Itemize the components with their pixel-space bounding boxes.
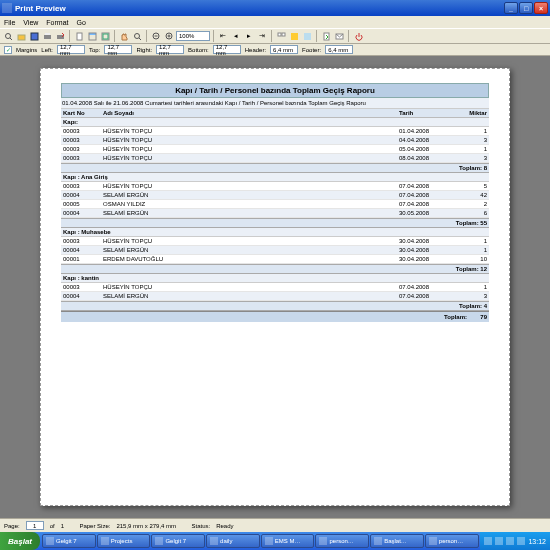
taskbar-item[interactable]: daily (206, 534, 260, 548)
col-adsoyad: Adı Soyadı (101, 109, 397, 117)
taskbar-item[interactable]: Projects (97, 534, 151, 548)
header-input[interactable]: 6,4 mm (270, 45, 298, 54)
taskbar-item[interactable]: EMS M… (261, 534, 315, 548)
header-icon[interactable] (86, 30, 98, 42)
left-input[interactable]: 12,7 mm (57, 45, 85, 54)
cell-kartno: 00003 (61, 127, 101, 135)
bgcolor-icon[interactable] (288, 30, 300, 42)
zoomout-icon[interactable] (150, 30, 162, 42)
bottom-input[interactable]: 12,7 mm (213, 45, 241, 54)
cell-miktar: 1 (455, 237, 489, 245)
cell-miktar: 3 (455, 292, 489, 300)
svg-rect-3 (31, 33, 38, 40)
margins-icon[interactable] (99, 30, 111, 42)
cell-kartno: 00005 (61, 200, 101, 208)
pagesetup-icon[interactable] (73, 30, 85, 42)
table-row: 00003HÜSEYİN TOPÇU08.04.20083 (61, 154, 489, 163)
window-titlebar: Print Preview _ □ × (0, 0, 550, 16)
cell-miktar: 1 (455, 127, 489, 135)
tray-icon[interactable] (506, 537, 514, 545)
cell-kartno: 00003 (61, 154, 101, 162)
start-button[interactable]: Başlat (0, 532, 40, 550)
zoom-icon[interactable] (131, 30, 143, 42)
group-subtotal: Toplam: 12 (61, 264, 489, 274)
watermark-icon[interactable] (301, 30, 313, 42)
print-icon[interactable] (41, 30, 53, 42)
task-label: person… (439, 538, 463, 544)
task-label: EMS M… (275, 538, 301, 544)
cell-kartno: 00003 (61, 283, 101, 291)
cell-miktar: 1 (455, 283, 489, 291)
separator (69, 30, 70, 42)
taskbar-item[interactable]: Başlat… (370, 534, 424, 548)
next-page-icon[interactable]: ▸ (243, 30, 255, 42)
save-icon[interactable] (28, 30, 40, 42)
prev-page-icon[interactable]: ◂ (230, 30, 242, 42)
quickprint-icon[interactable] (54, 30, 66, 42)
menu-file[interactable]: File (4, 19, 15, 26)
top-label: Top: (89, 47, 100, 53)
exit-icon[interactable] (352, 30, 364, 42)
cell-tarih: 07.04.2008 (397, 182, 455, 190)
svg-rect-2 (18, 35, 25, 40)
top-input[interactable]: 12,7 mm (104, 45, 132, 54)
cell-adsoyad: HÜSEYİN TOPÇU (101, 283, 397, 291)
export-icon[interactable] (320, 30, 332, 42)
menu-view[interactable]: View (23, 19, 38, 26)
multipage-icon[interactable] (275, 30, 287, 42)
status-value: Ready (216, 523, 233, 529)
cell-miktar: 10 (455, 255, 489, 263)
cell-miktar: 1 (455, 145, 489, 153)
tray-icon[interactable] (517, 537, 525, 545)
cell-tarih: 04.04.2008 (397, 136, 455, 144)
menu-format[interactable]: Format (46, 19, 68, 26)
taskbar-item[interactable]: Gelgit 7 (151, 534, 205, 548)
clock[interactable]: 13:12 (528, 538, 546, 545)
separator (114, 30, 115, 42)
zoomin-icon[interactable] (163, 30, 175, 42)
system-tray[interactable]: 13:12 (480, 532, 550, 550)
tray-icon[interactable] (495, 537, 503, 545)
minimize-button[interactable]: _ (504, 2, 518, 14)
group-header: Kapı : Muhasebe (61, 228, 489, 237)
report-title: Kapı / Tarih / Personel bazında Toplam G… (61, 83, 489, 98)
task-icon (101, 537, 109, 545)
cell-adsoyad: ERDEM DAVUTOĞLU (101, 255, 397, 263)
cell-kartno: 00004 (61, 292, 101, 300)
group-subtotal: Toplam: 55 (61, 218, 489, 228)
search-icon[interactable] (2, 30, 14, 42)
taskbar-item[interactable]: person… (315, 534, 369, 548)
tray-icon[interactable] (484, 537, 492, 545)
of-label: of (50, 523, 55, 529)
open-icon[interactable] (15, 30, 27, 42)
right-input[interactable]: 12,7 mm (156, 45, 184, 54)
cell-adsoyad: OSMAN YILDIZ (101, 200, 397, 208)
task-icon (155, 537, 163, 545)
menu-go[interactable]: Go (77, 19, 86, 26)
taskbar-item[interactable]: person… (425, 534, 479, 548)
last-page-icon[interactable]: ⇥ (256, 30, 268, 42)
cell-adsoyad: HÜSEYİN TOPÇU (101, 154, 397, 162)
cell-adsoyad: SELAMİ ERGÜN (101, 246, 397, 254)
svg-rect-4 (44, 35, 51, 39)
group-header: Kapı: (61, 118, 489, 127)
page-current[interactable]: 1 (26, 521, 44, 530)
menu-bar: File View Format Go (0, 16, 550, 28)
email-icon[interactable] (333, 30, 345, 42)
maximize-button[interactable]: □ (519, 2, 533, 14)
taskbar-item[interactable]: Gelgit 7 (42, 534, 96, 548)
cell-tarih: 01.04.2008 (397, 127, 455, 135)
taskbar: Başlat Gelgit 7ProjectsGelgit 7dailyEMS … (0, 532, 550, 550)
svg-point-0 (5, 33, 10, 38)
group-subtotal: Toplam: 8 (61, 163, 489, 173)
close-button[interactable]: × (534, 2, 548, 14)
margins-checkbox[interactable]: ✓ (4, 46, 12, 54)
footer-input[interactable]: 6,4 mm (325, 45, 353, 54)
zoom-select[interactable]: 100% (176, 31, 210, 41)
first-page-icon[interactable]: ⇤ (217, 30, 229, 42)
preview-workspace[interactable]: Kapı / Tarih / Personel bazında Toplam G… (0, 56, 550, 518)
taskbar-tasks: Gelgit 7ProjectsGelgit 7dailyEMS M…perso… (40, 533, 480, 549)
hand-icon[interactable] (118, 30, 130, 42)
group-header: Kapı : Ana Giriş (61, 173, 489, 182)
task-label: Gelgit 7 (165, 538, 186, 544)
